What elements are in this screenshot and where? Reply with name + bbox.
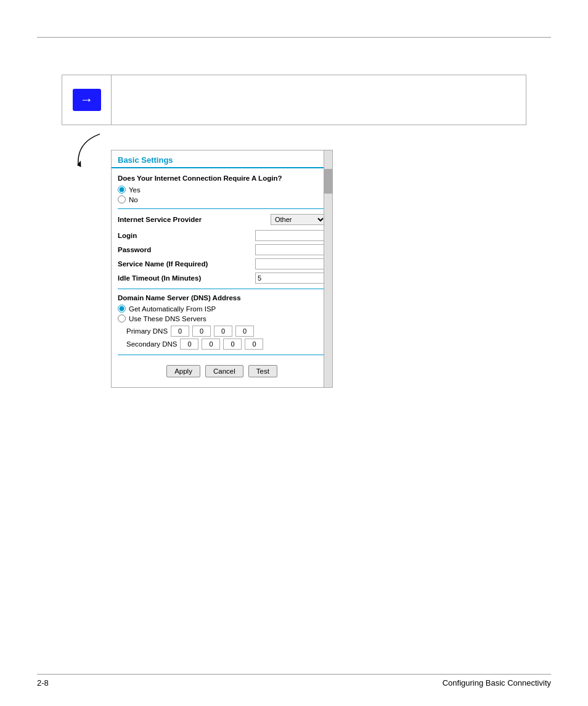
panel-title: Basic Settings (112, 150, 332, 168)
main-content: Basic Settings Does Your Internet Connec… (62, 150, 526, 388)
test-button[interactable]: Test (248, 365, 277, 377)
secondary-dns-octet-2[interactable] (202, 339, 220, 350)
dns-section: Domain Name Server (DNS) Address Get Aut… (118, 294, 326, 350)
login-question: Does Your Internet Connection Require A … (118, 174, 326, 182)
primary-dns-octet-2[interactable] (192, 326, 211, 337)
dns-manual-radio[interactable] (118, 314, 126, 322)
isp-label: Internet Service Provider (118, 216, 271, 223)
note-content (112, 75, 526, 125)
isp-select[interactable]: Other PPPoE PPTP L2TP (271, 214, 326, 225)
no-label: No (129, 196, 138, 203)
password-input[interactable] (255, 244, 326, 255)
login-label: Login (118, 232, 255, 239)
chapter-title: Configuring Basic Connectivity (443, 678, 551, 688)
scrollbar[interactable] (324, 150, 332, 387)
dns-auto-label: Get Automatically From ISP (129, 305, 216, 313)
note-box (62, 75, 526, 125)
dns-manual-label: Use These DNS Servers (129, 315, 206, 322)
secondary-dns-label: Secondary DNS (118, 340, 177, 348)
login-radio-group: Yes No (118, 186, 326, 203)
primary-dns-octet-4[interactable] (235, 326, 254, 337)
dns-auto-row[interactable]: Get Automatically From ISP (118, 305, 326, 313)
no-radio-row[interactable]: No (118, 195, 326, 203)
scrollbar-thumb[interactable] (324, 169, 332, 194)
yes-radio[interactable] (118, 186, 126, 194)
arrow-right-icon (73, 89, 101, 111)
note-icon-cell (62, 75, 112, 125)
divider-3 (118, 355, 326, 355)
password-row: Password (118, 244, 326, 255)
settings-panel: Basic Settings Does Your Internet Connec… (111, 150, 333, 388)
panel-wrapper: Basic Settings Does Your Internet Connec… (111, 150, 333, 388)
yes-label: Yes (129, 186, 141, 194)
login-row: Login (118, 230, 326, 241)
apply-button[interactable]: Apply (166, 365, 200, 377)
secondary-dns-octet-3[interactable] (223, 339, 242, 350)
service-name-label: Service Name (If Required) (118, 260, 255, 268)
service-name-row: Service Name (If Required) (118, 258, 326, 269)
divider-1 (118, 208, 326, 209)
panel-body: Does Your Internet Connection Require A … (112, 168, 332, 387)
no-radio[interactable] (118, 195, 126, 203)
page-number: 2-8 (37, 678, 49, 688)
idle-timeout-label: Idle Timeout (In Minutes) (118, 274, 255, 282)
primary-dns-label: Primary DNS (118, 327, 168, 335)
secondary-dns-octet-4[interactable] (245, 339, 263, 350)
service-name-input[interactable] (255, 258, 326, 269)
top-divider (37, 37, 551, 38)
button-row: Apply Cancel Test (118, 360, 326, 381)
yes-radio-row[interactable]: Yes (118, 186, 326, 194)
isp-row: Internet Service Provider Other PPPoE PP… (118, 214, 326, 225)
secondary-dns-octet-1[interactable] (180, 339, 198, 350)
dns-auto-radio[interactable] (118, 305, 126, 313)
login-input[interactable] (255, 230, 326, 241)
primary-dns-row: Primary DNS (118, 326, 326, 337)
divider-2 (118, 289, 326, 289)
dns-section-title: Domain Name Server (DNS) Address (118, 294, 326, 302)
secondary-dns-row: Secondary DNS (118, 339, 326, 350)
footer: 2-8 Configuring Basic Connectivity (37, 674, 551, 688)
dns-manual-row[interactable]: Use These DNS Servers (118, 314, 326, 322)
idle-timeout-row: Idle Timeout (In Minutes) (118, 273, 326, 284)
cancel-button[interactable]: Cancel (205, 365, 243, 377)
primary-dns-octet-3[interactable] (214, 326, 232, 337)
idle-timeout-input[interactable] (255, 273, 326, 284)
primary-dns-octet-1[interactable] (171, 326, 189, 337)
password-label: Password (118, 246, 255, 253)
svg-marker-0 (76, 161, 83, 168)
